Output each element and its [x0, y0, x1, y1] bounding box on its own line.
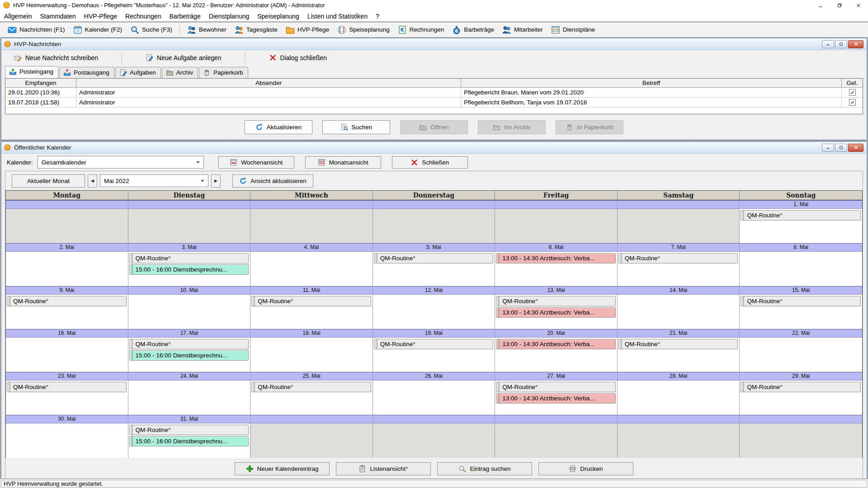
- day-cell[interactable]: QM-Routine°: [250, 295, 373, 329]
- toolbar-item-hvp-pflege[interactable]: HVP-Pflege: [282, 24, 334, 36]
- calendar-entry-gray[interactable]: QM-Routine°: [741, 296, 861, 306]
- toolbar-item-mitarbeiter[interactable]: Mitarbeiter: [498, 24, 547, 36]
- day-cell[interactable]: QM-Routine°15:00 - 16:00 Dienstbesprechn…: [128, 423, 251, 458]
- day-cell[interactable]: [618, 209, 740, 243]
- day-cell[interactable]: 13:00 - 14:30 Arztbesuch: Verba...: [495, 338, 618, 372]
- day-cell[interactable]: [6, 338, 128, 372]
- day-cell[interactable]: QM-Routine°: [250, 380, 373, 415]
- menu-item-speiseplanung[interactable]: Speiseplanung: [253, 10, 303, 22]
- day-cell[interactable]: [618, 423, 740, 458]
- tab-postausgang[interactable]: Postausgang: [59, 67, 114, 78]
- restore-button[interactable]: [830, 0, 849, 10]
- day-cell[interactable]: [250, 209, 373, 243]
- minimize-button[interactable]: [811, 0, 830, 10]
- refresh-view-button[interactable]: Ansicht aktualisieren: [232, 174, 313, 188]
- toolbar-item-speiseplanung[interactable]: Speiseplanung: [333, 24, 393, 36]
- calendar-close-button[interactable]: [848, 144, 863, 152]
- day-cell[interactable]: [740, 252, 862, 286]
- toolbar-item-nachrichten-f1[interactable]: Nachrichten (F1): [4, 24, 69, 36]
- calendar-minimize-button[interactable]: [822, 144, 834, 152]
- tab-papierkorb[interactable]: Papierkorb: [199, 67, 248, 78]
- menu-item-allgemein[interactable]: Allgemein: [0, 10, 36, 22]
- tab-posteingang[interactable]: Posteingang: [5, 66, 58, 78]
- aktualisieren-button[interactable]: Aktualisieren: [245, 120, 312, 134]
- day-cell[interactable]: QM-Routine°: [373, 338, 495, 372]
- day-cell[interactable]: QM-Routine°: [373, 252, 495, 286]
- next-month-button[interactable]: ▶: [211, 174, 221, 188]
- toolbar-item-suche-f3[interactable]: Suche (F3): [126, 24, 176, 36]
- toolbar-item-kalender-f2[interactable]: Kalender (F2): [69, 24, 127, 36]
- calendar-entry-gray[interactable]: QM-Routine°: [129, 339, 249, 349]
- menu-item-stammdaten[interactable]: Stammdaten: [36, 10, 80, 22]
- day-cell[interactable]: [128, 295, 251, 329]
- menu-item-barbeträge[interactable]: Barbeträge: [165, 10, 204, 22]
- eintrag-suchen-button[interactable]: Eintrag suchen: [437, 462, 532, 475]
- calendar-entry-gray[interactable]: QM-Routine°: [7, 382, 127, 392]
- day-cell[interactable]: QM-Routine°: [740, 295, 862, 329]
- calendar-entry-pink[interactable]: 13:00 - 14:30 Arztbesuch: Verba...: [496, 307, 616, 318]
- day-cell[interactable]: [373, 209, 495, 243]
- table-row[interactable]: 19.07.2018 (11:58)AdministratorPflegeber…: [5, 98, 863, 108]
- action-dialog-schließen[interactable]: Dialog schließen: [263, 52, 334, 63]
- messages-minimize-button[interactable]: [822, 40, 834, 48]
- calendar-window-titlebar[interactable]: Öffentlicher Kalender: [1, 142, 867, 154]
- wochenansicht-button[interactable]: Wochenansicht: [218, 156, 294, 169]
- day-cell[interactable]: [618, 380, 740, 415]
- menu-item-hvp-pflege[interactable]: HVP-Pflege: [80, 10, 121, 22]
- tab-archiv[interactable]: Archiv: [162, 67, 198, 78]
- day-cell[interactable]: QM-Routine°: [6, 380, 128, 415]
- day-cell[interactable]: [740, 338, 862, 372]
- menu-item-dienstplanung[interactable]: Dienstplanung: [205, 10, 254, 22]
- action-neue-nachricht-schreiben[interactable]: Neue Nachricht schreiben: [8, 52, 104, 63]
- calendar-entry-gray[interactable]: QM-Routine°: [374, 253, 494, 263]
- calendar-entry-gray[interactable]: QM-Routine°: [129, 425, 249, 435]
- toolbar-item-rechnungen[interactable]: €Rechnungen: [394, 24, 448, 36]
- calendar-entry-teal[interactable]: 15:00 - 16:00 Dienstbesprechnu...: [129, 264, 249, 275]
- tab-aufgaben[interactable]: Aufgaben: [115, 67, 161, 78]
- calendar-entry-gray[interactable]: QM-Routine°: [374, 339, 494, 349]
- calendar-entry-teal[interactable]: 15:00 - 16:00 Dienstbesprechnu...: [129, 436, 249, 446]
- day-cell[interactable]: [495, 423, 618, 458]
- calendar-select[interactable]: Gesamtkalender: [38, 156, 204, 169]
- suchen-button[interactable]: Suchen: [322, 120, 390, 134]
- listenansicht-button[interactable]: Listenansicht°: [336, 462, 431, 475]
- menu-item-rechnungen[interactable]: Rechnungen: [121, 10, 165, 22]
- day-cell[interactable]: [250, 252, 373, 286]
- schließen-button[interactable]: Schließen: [392, 156, 468, 169]
- current-month-button[interactable]: Aktueller Monat: [12, 174, 85, 188]
- day-cell[interactable]: QM-Routine°13:00 - 14:30 Arztbesuch: Ver…: [495, 295, 618, 329]
- action-neue-aufgabe-anlegen[interactable]: Neue Aufgabe anlegen: [139, 52, 227, 63]
- messages-maximize-button[interactable]: [835, 40, 847, 48]
- day-cell[interactable]: QM-Routine°15:00 - 16:00 Dienstbesprechn…: [128, 252, 251, 286]
- menu-item-item[interactable]: ?: [372, 10, 383, 22]
- calendar-entry-pink[interactable]: 13:00 - 14:30 Arztbesuch: Verba...: [496, 339, 616, 349]
- drucken-button[interactable]: Drucken: [538, 462, 633, 475]
- calendar-entry-teal[interactable]: 15:00 - 16:00 Dienstbesprechnu...: [129, 350, 249, 361]
- day-cell[interactable]: QM-Routine°: [618, 338, 740, 372]
- day-cell[interactable]: [250, 423, 373, 458]
- calendar-entry-gray[interactable]: QM-Routine°: [251, 296, 371, 306]
- prev-month-button[interactable]: ◀: [88, 174, 97, 188]
- calendar-entry-gray[interactable]: QM-Routine°: [496, 382, 616, 392]
- day-cell[interactable]: [250, 338, 373, 372]
- calendar-entry-gray[interactable]: QM-Routine°: [741, 382, 861, 392]
- day-cell[interactable]: [128, 209, 251, 243]
- day-cell[interactable]: QM-Routine°15:00 - 16:00 Dienstbesprechn…: [128, 338, 251, 372]
- day-cell[interactable]: [6, 252, 128, 286]
- day-cell[interactable]: QM-Routine°: [740, 209, 862, 243]
- day-cell[interactable]: [373, 380, 495, 415]
- table-row[interactable]: 29.01.2020 (10:36)AdministratorPflegeber…: [5, 88, 863, 98]
- day-cell[interactable]: [6, 209, 128, 243]
- day-cell[interactable]: [6, 423, 128, 458]
- day-cell[interactable]: QM-Routine°: [740, 380, 862, 415]
- calendar-entry-gray[interactable]: QM-Routine°: [129, 253, 249, 263]
- calendar-entry-gray[interactable]: QM-Routine°: [7, 296, 127, 306]
- calendar-entry-gray[interactable]: QM-Routine°: [618, 339, 738, 349]
- close-button[interactable]: [849, 0, 868, 10]
- day-cell[interactable]: [740, 423, 862, 458]
- messages-window-titlebar[interactable]: HVP-Nachrichten: [1, 38, 867, 50]
- toolbar-item-bewohner[interactable]: Bewohner: [183, 24, 231, 36]
- day-cell[interactable]: [128, 380, 251, 415]
- toolbar-item-tagesgäste[interactable]: Tagesgäste: [231, 24, 282, 36]
- calendar-entry-gray[interactable]: QM-Routine°: [618, 253, 738, 263]
